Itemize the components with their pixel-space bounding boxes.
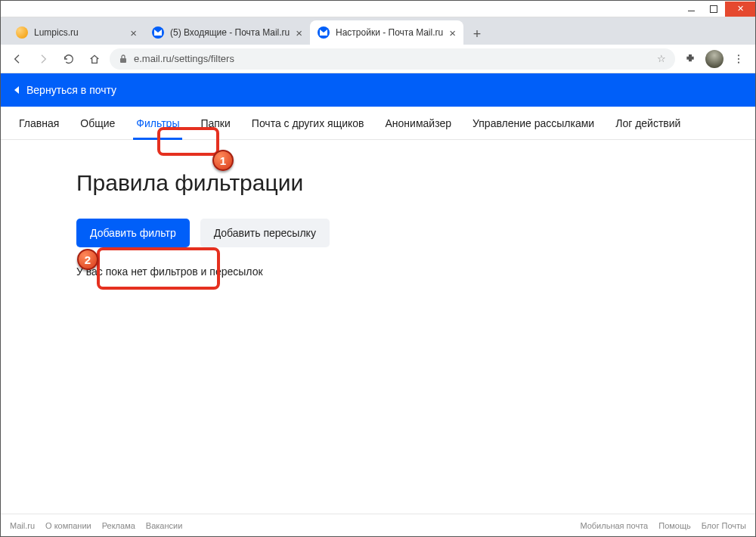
footer: Mail.ru О компании Реклама Вакансии Моби…	[1, 514, 755, 536]
footer-link[interactable]: Мобильная почта	[580, 521, 648, 530]
triangle-left-icon	[14, 86, 19, 94]
empty-state-text: У вас пока нет фильтров и пересылок	[76, 265, 755, 278]
nav-subscriptions[interactable]: Управление рассылками	[462, 107, 605, 140]
back-to-mail-bar[interactable]: Вернуться в почту	[1, 73, 755, 107]
favicon-icon	[16, 26, 28, 39]
nav-folders[interactable]: Папки	[190, 107, 240, 140]
tab-title: Настройки - Почта Mail.ru	[336, 27, 443, 38]
tab-close-icon[interactable]: ×	[449, 26, 456, 39]
forward-button[interactable]	[33, 48, 54, 70]
footer-link[interactable]: Помощь	[658, 521, 691, 530]
footer-link[interactable]: О компании	[45, 521, 91, 530]
browser-tabstrip: Lumpics.ru × (5) Входящие - Почта Mail.r…	[1, 17, 755, 45]
window-close-button[interactable]: ✕	[725, 2, 755, 17]
profile-avatar[interactable]	[705, 50, 723, 68]
browser-tab-inbox[interactable]: (5) Входящие - Почта Mail.ru ×	[144, 20, 310, 45]
back-to-mail-label: Вернуться в почту	[26, 84, 116, 96]
back-button[interactable]	[7, 48, 28, 70]
favicon-icon	[318, 26, 330, 39]
window-titlebar: ✕	[1, 1, 755, 17]
add-forward-button[interactable]: Добавить пересылку	[200, 219, 330, 247]
nav-other-mail[interactable]: Почта с других ящиков	[241, 107, 375, 140]
svg-point-3	[738, 61, 739, 63]
reload-button[interactable]	[58, 48, 79, 70]
browser-tab-lumpics[interactable]: Lumpics.ru ×	[8, 20, 144, 45]
main-content: Правила фильтрации Добавить фильтр Добав…	[1, 140, 755, 278]
button-row: Добавить фильтр Добавить пересылку	[76, 219, 755, 247]
annotation-marker-2: 2	[77, 249, 98, 270]
nav-filters[interactable]: Фильтры	[125, 107, 190, 140]
footer-link[interactable]: Блог Почты	[702, 521, 746, 530]
nav-anonymizer[interactable]: Анонимайзер	[375, 107, 462, 140]
address-bar[interactable]: e.mail.ru/settings/filters ☆	[110, 48, 675, 70]
window-maximize-button[interactable]	[702, 2, 725, 17]
tab-title: (5) Входящие - Почта Mail.ru	[170, 27, 290, 38]
nav-main[interactable]: Главная	[8, 107, 70, 140]
lock-icon	[119, 54, 128, 64]
browser-tab-settings[interactable]: Настройки - Почта Mail.ru ×	[310, 20, 463, 45]
page-title: Правила фильтрации	[76, 170, 755, 196]
footer-link[interactable]: Mail.ru	[10, 521, 35, 530]
tab-title: Lumpics.ru	[34, 27, 124, 38]
window-minimize-button[interactable]	[680, 2, 702, 17]
extensions-button[interactable]	[680, 48, 701, 70]
tab-close-icon[interactable]: ×	[130, 26, 137, 39]
new-tab-button[interactable]: +	[466, 23, 488, 45]
home-button[interactable]	[84, 48, 105, 70]
star-icon[interactable]: ☆	[657, 53, 666, 64]
favicon-icon	[152, 26, 164, 39]
page-content: Вернуться в почту Главная Общие Фильтры …	[1, 73, 755, 515]
svg-point-2	[738, 57, 739, 59]
footer-link[interactable]: Реклама	[102, 521, 135, 530]
svg-rect-0	[120, 58, 126, 63]
settings-nav: Главная Общие Фильтры Папки Почта с друг…	[1, 107, 755, 140]
tab-close-icon[interactable]: ×	[296, 26, 302, 39]
add-filter-button[interactable]: Добавить фильтр	[76, 219, 190, 247]
svg-point-1	[738, 54, 739, 56]
menu-button[interactable]	[728, 48, 749, 70]
nav-general[interactable]: Общие	[70, 107, 125, 140]
url-text: e.mail.ru/settings/filters	[134, 53, 234, 64]
footer-link[interactable]: Вакансии	[146, 521, 183, 530]
browser-toolbar: e.mail.ru/settings/filters ☆	[1, 45, 755, 73]
nav-log[interactable]: Лог действий	[605, 107, 691, 140]
annotation-marker-1: 1	[212, 150, 234, 171]
